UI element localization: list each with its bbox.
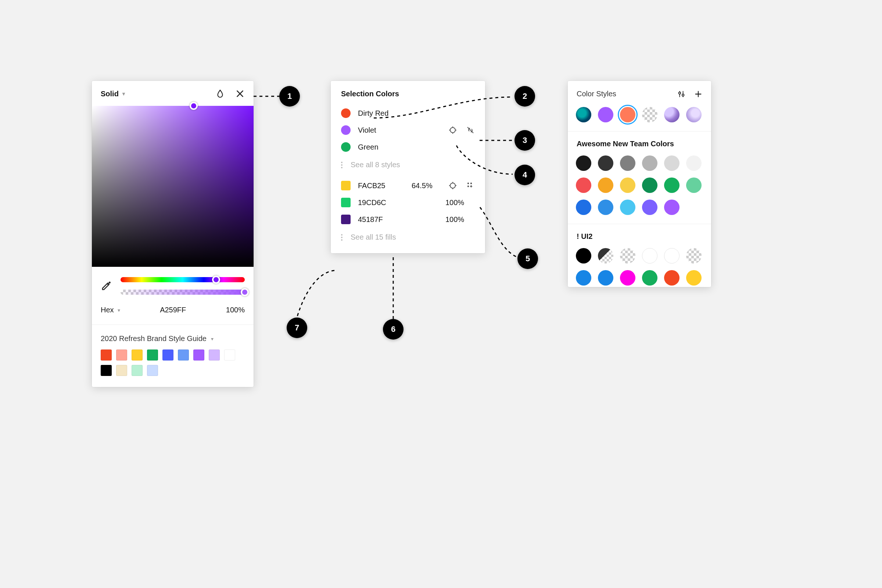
saturation-value-field[interactable]: [92, 106, 254, 267]
fill-row[interactable]: 19CD6C100%: [331, 194, 485, 211]
style-row[interactable]: Dirty Red: [331, 105, 485, 122]
style-circle[interactable]: [686, 156, 702, 171]
style-circle[interactable]: [664, 248, 680, 264]
add-style-icon[interactable]: [694, 90, 702, 98]
style-circle[interactable]: [686, 177, 702, 193]
library-swatch[interactable]: [147, 350, 158, 360]
library-swatch[interactable]: [101, 350, 112, 360]
library-swatch[interactable]: [101, 365, 112, 376]
library-swatch[interactable]: [193, 350, 204, 360]
style-circle[interactable]: [576, 248, 591, 264]
library-dropdown[interactable]: 2020 Refresh Brand Style Guide ▾: [92, 325, 254, 350]
close-icon[interactable]: [235, 89, 245, 99]
chevron-down-icon: ▾: [211, 336, 213, 342]
blend-mode-icon[interactable]: [215, 89, 225, 99]
style-circle[interactable]: [598, 248, 614, 264]
library-swatch[interactable]: [147, 365, 158, 376]
settings-icon[interactable]: [677, 90, 686, 98]
ui2-title: ! UI2: [568, 224, 711, 246]
style-circle[interactable]: [686, 270, 702, 285]
style-swatch: [341, 108, 351, 118]
opacity-input[interactable]: 100%: [226, 306, 245, 314]
color-picker-panel: Solid ▾ Hex ▾: [92, 81, 254, 387]
style-circle[interactable]: [642, 248, 657, 264]
sv-thumb[interactable]: [190, 102, 198, 110]
style-circle[interactable]: [642, 177, 657, 193]
style-row[interactable]: Violet: [331, 122, 485, 138]
library-swatch[interactable]: [116, 365, 127, 376]
style-circle[interactable]: [664, 200, 680, 215]
color-styles-panel: Color Styles Awesome New Team Colors ! U…: [568, 81, 711, 287]
callout-3: 3: [514, 130, 535, 151]
library-swatch[interactable]: [209, 350, 220, 360]
style-circle[interactable]: [642, 156, 657, 171]
ui2-colors-grid: [568, 246, 711, 287]
style-circle[interactable]: [620, 156, 635, 171]
style-circle[interactable]: [598, 107, 614, 122]
detach-icon[interactable]: [466, 126, 475, 135]
team-colors-title: Awesome New Team Colors: [568, 132, 711, 153]
style-circle[interactable]: [664, 107, 680, 122]
style-circle[interactable]: [598, 177, 614, 193]
style-name: Green: [358, 143, 475, 152]
create-style-icon[interactable]: [466, 181, 475, 190]
library-swatch[interactable]: [224, 350, 235, 360]
style-circle[interactable]: [642, 107, 657, 122]
style-circle[interactable]: [598, 200, 614, 215]
style-circle[interactable]: [686, 107, 702, 122]
color-styles-title: Color Styles: [577, 90, 616, 98]
target-icon[interactable]: [448, 181, 457, 190]
eyedropper-icon[interactable]: [101, 281, 112, 291]
alpha-slider[interactable]: [120, 290, 245, 295]
style-circle[interactable]: [686, 248, 702, 264]
library-swatch[interactable]: [178, 350, 189, 360]
fill-hex: 19CD6C: [358, 198, 438, 207]
style-circle[interactable]: [598, 156, 614, 171]
svg-point-12: [468, 183, 469, 184]
style-circle[interactable]: [642, 270, 657, 285]
color-mode-dropdown[interactable]: Hex ▾: [101, 306, 120, 314]
color-styles-header: Color Styles: [568, 81, 711, 105]
color-input-row: Hex ▾ A259FF 100%: [92, 302, 254, 324]
alpha-thumb[interactable]: [241, 288, 249, 296]
style-circle[interactable]: [664, 156, 680, 171]
library-swatch[interactable]: [132, 365, 142, 376]
library-swatch[interactable]: [116, 350, 127, 360]
see-all-styles[interactable]: See all 8 styles: [331, 156, 485, 177]
style-circle[interactable]: [642, 200, 657, 215]
style-circle[interactable]: [576, 156, 591, 171]
hue-thumb[interactable]: [212, 276, 220, 284]
style-circle[interactable]: [620, 248, 635, 264]
fill-row[interactable]: FACB2564.5%: [331, 177, 485, 194]
hex-input[interactable]: A259FF: [125, 306, 221, 314]
selection-colors-panel: Selection Colors Dirty RedVioletGreen Se…: [331, 81, 485, 253]
fill-row[interactable]: 45187F100%: [331, 211, 485, 228]
style-row[interactable]: Green: [331, 138, 485, 156]
fill-swatch: [341, 181, 351, 190]
fill-hex: FACB25: [358, 182, 404, 190]
more-icon: [341, 234, 343, 241]
target-icon[interactable]: [448, 126, 457, 135]
svg-point-7: [450, 183, 455, 188]
style-circle[interactable]: [576, 270, 591, 285]
style-circle[interactable]: [576, 107, 591, 122]
style-circle[interactable]: [664, 270, 680, 285]
style-circle[interactable]: [620, 270, 635, 285]
picker-header: Solid ▾: [92, 81, 254, 106]
hue-slider[interactable]: [120, 277, 245, 282]
selection-colors-title: Selection Colors: [331, 81, 485, 105]
fill-mode-dropdown[interactable]: Solid ▾: [101, 90, 125, 98]
style-circle[interactable]: [620, 200, 635, 215]
fill-mode-label: Solid: [101, 90, 119, 98]
library-swatch[interactable]: [162, 350, 174, 360]
svg-point-13: [470, 183, 472, 184]
style-circle[interactable]: [576, 177, 591, 193]
style-circle[interactable]: [598, 270, 614, 285]
see-all-fills[interactable]: See all 15 fills: [331, 228, 485, 249]
svg-point-14: [468, 186, 469, 187]
style-circle[interactable]: [576, 200, 591, 215]
library-swatch[interactable]: [132, 350, 142, 360]
style-circle[interactable]: [664, 177, 680, 193]
style-circle[interactable]: [620, 177, 635, 193]
style-circle[interactable]: [620, 107, 635, 122]
